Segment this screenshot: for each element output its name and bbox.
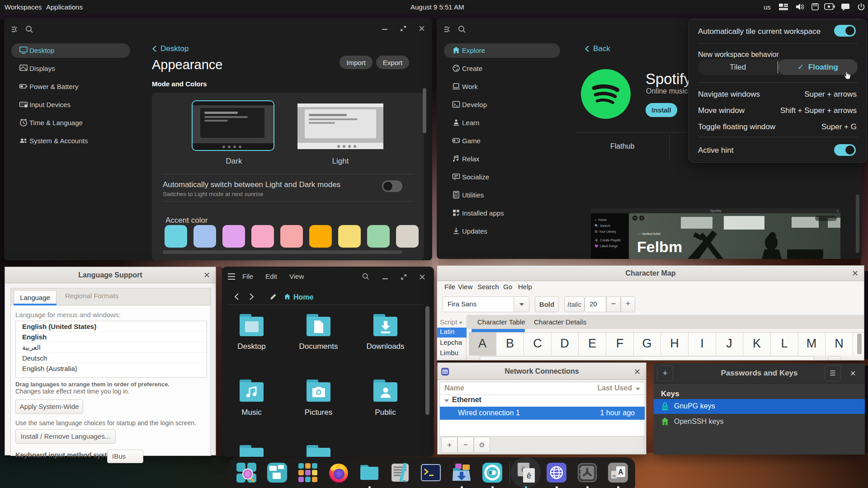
svg-text:A: A — [618, 468, 623, 476]
svg-text:ê: ê — [527, 471, 531, 480]
